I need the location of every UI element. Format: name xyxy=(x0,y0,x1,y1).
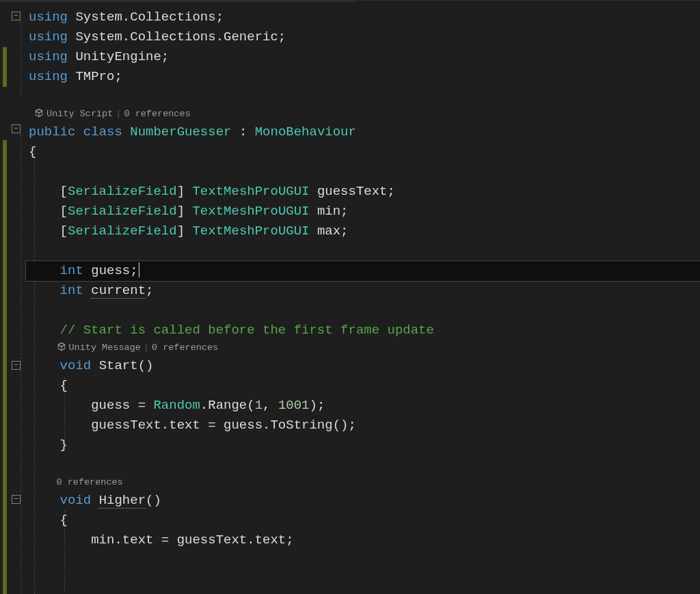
code-line[interactable]: { xyxy=(26,511,700,530)
code-line[interactable]: guessText.text = guess.ToString(); xyxy=(26,416,700,435)
code-line[interactable]: [SerializeField] TextMeshProUGUI min; xyxy=(26,202,700,221)
blank-line[interactable] xyxy=(26,570,700,590)
blank-line[interactable] xyxy=(26,550,700,570)
outline-collapse-icon[interactable]: − xyxy=(12,124,21,133)
code-line[interactable]: guess = Random.Range(1, 1001); xyxy=(26,396,700,416)
code-line[interactable]: void Higher() xyxy=(26,491,700,511)
text-caret xyxy=(139,262,139,278)
code-text: System.Collections.Generic; xyxy=(68,29,286,44)
codelens-refs[interactable]: 0 references xyxy=(57,477,123,487)
type-name: TextMeshProUGUI xyxy=(192,224,309,239)
keyword: int xyxy=(60,283,83,298)
type-name: TextMeshProUGUI xyxy=(192,204,309,219)
codelens-label: Unity Message xyxy=(69,342,141,353)
blank-line[interactable] xyxy=(26,162,700,182)
blank-line[interactable] xyxy=(26,87,700,107)
type-name: NumberGuesser xyxy=(130,124,231,139)
code-line[interactable]: void Start() xyxy=(26,356,700,376)
gutter: − − − − xyxy=(0,1,26,594)
blank-line[interactable] xyxy=(26,455,700,475)
code-line[interactable]: using UnityEngine; xyxy=(26,47,700,67)
type-name: MonoBehaviour xyxy=(255,124,356,139)
codelens-refs[interactable]: 0 references xyxy=(124,109,190,119)
type-name: TextMeshProUGUI xyxy=(192,184,309,199)
keyword: class xyxy=(83,124,122,139)
number-literal: 1 xyxy=(255,398,262,413)
keyword: using xyxy=(29,29,68,44)
code-line[interactable]: [SerializeField] TextMeshProUGUI max; xyxy=(26,221,700,241)
code-line[interactable]: public class NumberGuesser : MonoBehavio… xyxy=(26,122,700,142)
keyword: using xyxy=(29,49,68,64)
codelens-label: Unity Script xyxy=(46,109,113,119)
code-line[interactable]: } xyxy=(26,435,700,455)
unity-icon xyxy=(57,342,66,351)
unity-icon xyxy=(34,108,44,118)
code-line[interactable]: using System.Collections; xyxy=(26,8,700,27)
code-line[interactable]: int current; xyxy=(26,281,700,301)
code-line[interactable]: // Start is called before the first fram… xyxy=(26,321,700,340)
codelens-separator: | xyxy=(116,109,121,119)
method-name: Higher xyxy=(99,493,146,509)
code-line[interactable]: { xyxy=(26,142,700,162)
code-line-current[interactable]: int guess; xyxy=(26,261,700,281)
attribute: SerializeField xyxy=(68,224,177,239)
blank-line[interactable] xyxy=(26,301,700,321)
code-text: UnityEngine; xyxy=(68,49,169,64)
code-line[interactable]: [SerializeField] TextMeshProUGUI guessTe… xyxy=(26,182,700,202)
keyword: using xyxy=(29,10,68,25)
method-name: Start xyxy=(99,358,138,373)
type-name: Random xyxy=(153,398,200,413)
keyword: void xyxy=(60,358,92,373)
code-area[interactable]: using System.Collections; using System.C… xyxy=(26,1,700,594)
outline-collapse-icon[interactable]: − xyxy=(12,361,21,370)
unused-identifier: current xyxy=(91,283,146,299)
number-literal: 1001 xyxy=(278,398,310,413)
code-editor[interactable]: − − − − using System.Collections; using … xyxy=(0,0,700,594)
codelens-separator: | xyxy=(144,342,149,353)
code-line[interactable]: using System.Collections.Generic; xyxy=(26,27,700,47)
codelens[interactable]: Unity Script|0 references xyxy=(26,107,700,122)
keyword: public xyxy=(29,124,75,139)
keyword: void xyxy=(60,493,92,508)
attribute: SerializeField xyxy=(68,184,177,199)
comment: // Start is called before the first fram… xyxy=(29,323,434,338)
code-line[interactable]: { xyxy=(26,376,700,396)
blank-line[interactable] xyxy=(26,241,700,261)
outline-collapse-icon[interactable]: − xyxy=(12,495,21,504)
code-text: System.Collections; xyxy=(68,10,224,25)
change-marker xyxy=(3,140,7,594)
codelens[interactable]: 0 references xyxy=(26,475,700,491)
code-line[interactable]: min.text = guessText.text; xyxy=(26,530,700,550)
codelens[interactable]: Unity Message|0 references xyxy=(26,340,700,356)
outline-collapse-icon[interactable]: − xyxy=(12,12,21,21)
keyword: int xyxy=(60,263,83,278)
change-marker xyxy=(3,47,7,87)
attribute: SerializeField xyxy=(68,204,177,219)
code-text: TMPro; xyxy=(68,69,122,84)
codelens-refs[interactable]: 0 references xyxy=(152,342,218,353)
keyword: using xyxy=(29,69,68,84)
code-line[interactable]: using TMPro; xyxy=(26,67,700,87)
